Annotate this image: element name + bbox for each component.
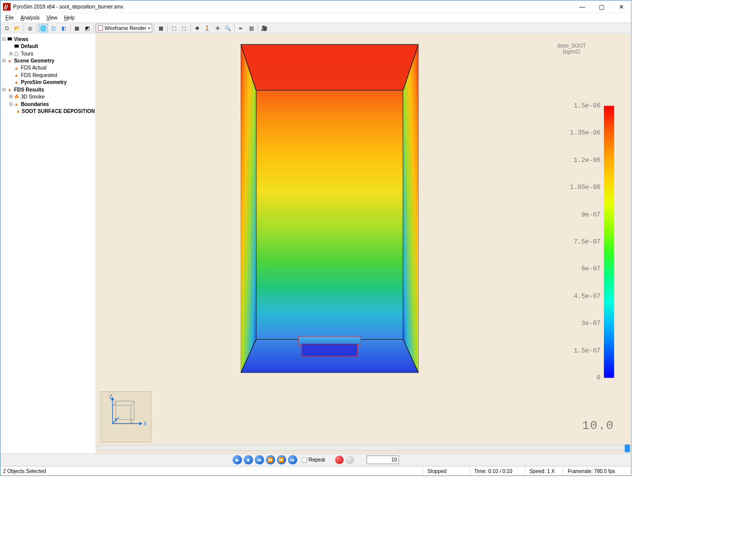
window-controls: — ▢ ✕ bbox=[572, 0, 631, 13]
stop-button[interactable]: ■ bbox=[244, 455, 253, 464]
flame-icon bbox=[13, 94, 20, 100]
close-button[interactable]: ✕ bbox=[611, 0, 631, 13]
axis-orientation-widget[interactable]: Z X Y bbox=[101, 392, 152, 442]
colorbar-tick: 4.5e-07 bbox=[541, 293, 600, 300]
cube-icon[interactable]: ◧ bbox=[59, 24, 69, 32]
maximize-button[interactable]: ▢ bbox=[592, 0, 611, 13]
wireframe-icon bbox=[98, 26, 103, 30]
colorbar-gradient bbox=[604, 106, 614, 378]
fire-icon bbox=[7, 86, 13, 92]
fire-icon bbox=[7, 58, 13, 64]
separator bbox=[94, 24, 94, 32]
status-framerate: Framerate: 780.5 fps bbox=[563, 466, 631, 476]
tree-views[interactable]: ⊟Views bbox=[2, 36, 95, 42]
repeat-toggle[interactable]: Repeat bbox=[301, 457, 325, 463]
tree-boundaries[interactable]: ⊟Boundaries bbox=[2, 100, 95, 108]
move-icon[interactable]: ✥ bbox=[193, 24, 202, 32]
camera-icon[interactable]: 🎥 bbox=[260, 24, 269, 32]
separator bbox=[167, 24, 168, 32]
prev-frame-button[interactable]: ⏪ bbox=[266, 455, 275, 464]
colorbar-tick: 7.5e-07 bbox=[541, 238, 600, 246]
slider-thumb[interactable] bbox=[625, 444, 630, 452]
burner-object bbox=[298, 336, 361, 356]
new-icon[interactable]: 🗋 bbox=[2, 24, 12, 32]
separator bbox=[154, 24, 155, 32]
status-bar: 2 Objects Selected Stopped Time: 0:10 / … bbox=[1, 466, 631, 476]
separator bbox=[234, 24, 235, 32]
colorbar-tick: 0 bbox=[541, 374, 600, 382]
orbit-icon[interactable]: 🌐 bbox=[39, 24, 48, 32]
mesh1-icon[interactable]: ⬚ bbox=[169, 24, 179, 32]
axis-x-label: X bbox=[144, 421, 147, 426]
tree-fds-results[interactable]: ⊟FDS Results bbox=[2, 86, 95, 93]
playback-bar: ▶ ■ ⏮ ⏪ ⏩ ⏭ Repeat bbox=[1, 454, 631, 466]
menu-file[interactable]: File bbox=[2, 14, 17, 22]
axis-z-label: Z bbox=[109, 394, 112, 400]
fire-icon bbox=[16, 108, 20, 114]
record-button[interactable] bbox=[335, 456, 344, 464]
camera-icon bbox=[7, 36, 13, 42]
tree-fds-requested[interactable]: FDS Requested bbox=[2, 72, 95, 78]
clip-icon[interactable]: ◩ bbox=[83, 24, 92, 32]
separator bbox=[258, 24, 258, 32]
open-icon[interactable]: 📂 bbox=[13, 24, 22, 32]
separator bbox=[24, 24, 24, 32]
tree-scene-geometry[interactable]: ⊟Scene Geometry bbox=[2, 57, 95, 64]
navigator-tree[interactable]: ⊟Views Default ⊞Tours ⊟Scene Geometry FD… bbox=[1, 34, 96, 454]
tree-pyrosim-geometry[interactable]: PyroSim Geometry bbox=[2, 78, 95, 86]
time-counter: 10.0 bbox=[582, 419, 614, 432]
hide-icon[interactable]: ▥ bbox=[247, 24, 256, 32]
fire-icon bbox=[13, 101, 20, 107]
minimize-button[interactable]: — bbox=[572, 0, 592, 13]
separator bbox=[70, 24, 71, 32]
back-wall bbox=[241, 44, 418, 372]
frame-input[interactable] bbox=[367, 456, 399, 464]
time-slider[interactable] bbox=[97, 445, 630, 451]
next-frame-button[interactable]: ⏩ bbox=[277, 455, 286, 464]
separator bbox=[191, 24, 191, 32]
scene-room bbox=[241, 44, 418, 372]
ceiling bbox=[241, 44, 418, 90]
menu-bar: File Analysis View Help bbox=[1, 13, 631, 22]
record-stop-button[interactable] bbox=[345, 456, 354, 464]
content-area: ⊟Views Default ⊞Tours ⊟Scene Geometry FD… bbox=[1, 34, 631, 454]
render-mode-label: Wireframe Render bbox=[105, 25, 146, 31]
menu-help[interactable]: Help bbox=[61, 14, 78, 22]
menu-analysis[interactable]: Analysis bbox=[17, 14, 43, 22]
first-frame-button[interactable]: ⏮ bbox=[255, 455, 264, 464]
colorbar-tick: 9e-07 bbox=[541, 211, 600, 218]
mesh2-icon[interactable]: ⬚ bbox=[180, 24, 189, 32]
chevron-down-icon: ▾ bbox=[148, 26, 150, 30]
target-icon[interactable]: ◎ bbox=[26, 24, 35, 32]
tree-tours[interactable]: ⊞Tours bbox=[2, 50, 95, 56]
viewport-3d[interactable]: depo_SOOT (kg/m2) 1.5e-06 1.35e-06 1.2e-… bbox=[96, 34, 631, 454]
cursor-icon[interactable]: ✢ bbox=[213, 24, 223, 32]
play-button[interactable]: ▶ bbox=[233, 455, 242, 464]
tree-soot-deposition[interactable]: SOOT SURFACE DEPOSITION bbox=[2, 108, 95, 114]
flag-icon[interactable]: ▩ bbox=[156, 24, 166, 32]
svg-line-7 bbox=[131, 401, 135, 405]
svg-rect-4 bbox=[116, 401, 135, 420]
zoom-icon[interactable]: 🔍 bbox=[223, 24, 233, 32]
walk-icon[interactable]: 🚶 bbox=[203, 24, 212, 32]
burner-front bbox=[302, 344, 358, 357]
tree-default[interactable]: Default bbox=[2, 42, 95, 50]
colorbar-tick: 1.2e-06 bbox=[541, 157, 600, 164]
window-title: PyroSim 2018 x64 - soot_deposition_burne… bbox=[13, 4, 572, 10]
menu-view[interactable]: View bbox=[43, 14, 61, 22]
tree-3d-smoke[interactable]: ⊞3D Smoke bbox=[2, 93, 95, 100]
repeat-checkbox[interactable] bbox=[301, 457, 307, 462]
status-time: Time: 0:10 / 0:10 bbox=[469, 466, 525, 476]
status-speed: Speed: 1 X bbox=[525, 466, 563, 476]
grid-icon[interactable]: ▦ bbox=[73, 24, 82, 32]
colorbar-tick: 1.5e-07 bbox=[541, 347, 600, 354]
tree-fds-actual[interactable]: FDS Actual bbox=[2, 64, 95, 71]
status-state: Stopped bbox=[423, 466, 470, 476]
measure-icon[interactable]: ⇤ bbox=[237, 24, 246, 32]
tour-icon bbox=[13, 50, 20, 56]
render-mode-select[interactable]: Wireframe Render ▾ bbox=[96, 24, 152, 32]
fire-icon bbox=[13, 80, 20, 86]
last-frame-button[interactable]: ⏭ bbox=[288, 455, 297, 464]
title-bar: PyroSim 2018 x64 - soot_deposition_burne… bbox=[1, 0, 631, 14]
box-icon[interactable]: ◫ bbox=[49, 24, 59, 32]
